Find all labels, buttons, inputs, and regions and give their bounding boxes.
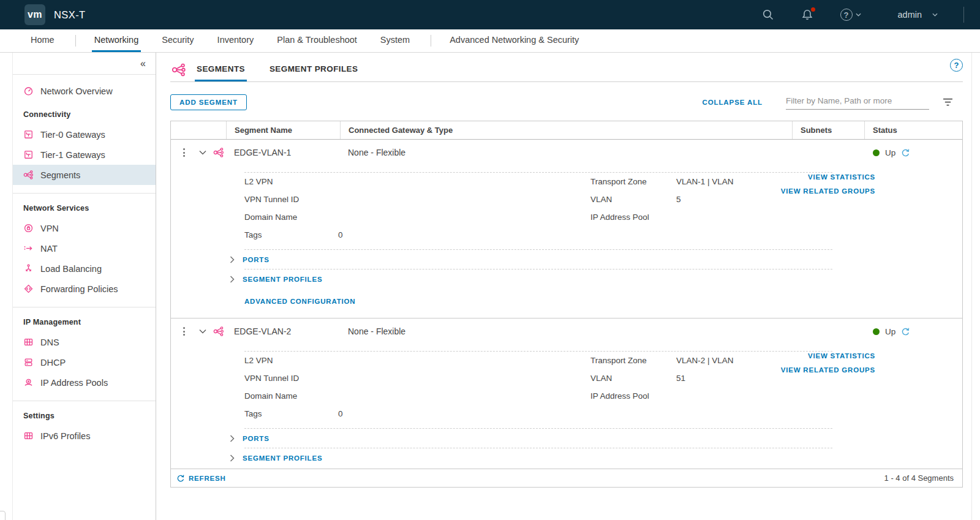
tab-segments[interactable]: SEGMENTS [195, 64, 247, 81]
segment-profiles-section-toggle[interactable]: SEGMENT PROFILES [171, 269, 962, 288]
sidebar-item-label: Forwarding Policies [40, 284, 118, 294]
segments-table: Segment Name Connected Gateway & Type Su… [170, 121, 963, 488]
nav-tab-inventory[interactable]: Inventory [215, 29, 257, 52]
sidebar-section-network-services: Network Services [13, 195, 156, 218]
filter-field [786, 95, 929, 110]
nav-tab-home[interactable]: Home [28, 29, 57, 52]
sidebar-item-vpn[interactable]: VPN [13, 218, 156, 238]
dns-icon [23, 337, 34, 347]
nav-tab-networking[interactable]: Networking [92, 29, 141, 52]
value-vlan: 5 [676, 195, 962, 204]
view-statistics-link[interactable]: VIEW STATISTICS [808, 173, 875, 181]
ports-section-toggle[interactable]: PORTS [171, 250, 962, 269]
nav-tab-advanced-networking[interactable]: Advanced Networking & Security [447, 29, 581, 52]
refresh-status-icon[interactable] [901, 148, 910, 157]
view-related-groups-link[interactable]: VIEW RELATED GROUPS [781, 187, 875, 195]
dhcp-icon [23, 357, 34, 367]
label-transport-zone: Transport Zone [590, 177, 676, 186]
segment-profiles-link[interactable]: SEGMENT PROFILES [243, 276, 322, 283]
sidebar-divider [13, 307, 156, 307]
segment-profiles-link[interactable]: SEGMENT PROFILES [243, 454, 322, 462]
label-ip-address-pool: IP Address Pool [590, 391, 676, 401]
user-menu-label[interactable]: admin [898, 10, 922, 20]
label-vpn-tunnel-id: VPN Tunnel ID [244, 374, 338, 383]
sidebar-item-tier0-gateways[interactable]: Tier-0 Gateways [13, 124, 156, 145]
refresh-icon [176, 474, 185, 483]
app-header: vm NSX-T ? admin [0, 0, 980, 29]
table-footer: REFRESH 1 - 4 of 4 Segments [171, 469, 962, 487]
segment-status: Up [864, 327, 962, 336]
status-label: Up [885, 148, 895, 157]
vmware-logo[interactable]: vm [24, 4, 45, 25]
segment-name[interactable]: EDGE-VLAN-1 [226, 148, 340, 157]
filter-input[interactable] [786, 96, 929, 105]
column-header-segment-name[interactable]: Segment Name [226, 121, 340, 139]
row-menu-icon[interactable] [181, 325, 187, 337]
row-menu-icon[interactable] [181, 146, 187, 159]
sidebar-item-dhcp[interactable]: DHCP [13, 352, 156, 372]
segment-profiles-section-toggle[interactable]: SEGMENT PROFILES [171, 448, 962, 467]
column-header-controls [171, 121, 226, 139]
ip-address-pools-icon [23, 377, 34, 388]
ports-link[interactable]: PORTS [243, 256, 270, 263]
segment-name[interactable]: EDGE-VLAN-2 [226, 326, 340, 336]
sidebar-item-network-overview[interactable]: Network Overview [13, 81, 156, 101]
label-ip-address-pool: IP Address Pool [590, 213, 676, 222]
nav-tab-security[interactable]: Security [159, 29, 196, 52]
advanced-configuration-link[interactable]: ADVANCED CONFIGURATION [244, 298, 355, 305]
label-vlan: VLAN [590, 195, 676, 204]
tab-segment-profiles[interactable]: SEGMENT PROFILES [268, 64, 360, 81]
sidebar-section-connectivity: Connectivity [13, 101, 156, 124]
chevron-down-icon[interactable] [199, 150, 206, 155]
column-header-subnets[interactable]: Subnets [792, 121, 864, 139]
ports-section-toggle[interactable]: PORTS [171, 429, 962, 448]
sidebar-item-load-balancing[interactable]: Load Balancing [13, 258, 156, 279]
add-segment-button[interactable]: ADD SEGMENT [170, 94, 247, 110]
user-menu-button[interactable] [929, 13, 938, 17]
collapse-all-button[interactable]: COLLAPSE ALL [702, 99, 763, 106]
sidebar-item-ip-address-pools[interactable]: IP Address Pools [13, 372, 156, 393]
segments-icon [23, 170, 34, 180]
load-balancing-icon [23, 263, 34, 274]
sidebar-collapse-button[interactable]: « [140, 58, 146, 69]
nav-tab-system[interactable]: System [378, 29, 412, 52]
search-button[interactable] [762, 9, 774, 21]
sidebar-item-tier1-gateways[interactable]: Tier-1 Gateways [13, 145, 156, 165]
chevron-down-icon [856, 13, 861, 17]
chevron-down-icon [932, 13, 938, 17]
forwarding-policies-icon [23, 284, 34, 294]
status-label: Up [885, 327, 895, 336]
segment-card-edge-vlan-2: EDGE-VLAN-2 None - Flexible Up [171, 318, 962, 469]
gauge-icon [23, 86, 34, 96]
label-tags: Tags [244, 230, 338, 239]
gateway-icon [23, 129, 34, 140]
gateway-icon [23, 149, 34, 160]
filter-icon[interactable] [943, 98, 953, 107]
refresh-button[interactable]: REFRESH [176, 474, 226, 483]
page-help-button[interactable]: ? [950, 59, 963, 72]
view-related-groups-link[interactable]: VIEW RELATED GROUPS [781, 366, 875, 374]
column-header-connected-gateway[interactable]: Connected Gateway & Type [340, 121, 792, 139]
sidebar-item-nat[interactable]: NAT [13, 238, 156, 258]
status-up-dot [873, 149, 880, 156]
header-divider [963, 7, 964, 23]
label-l2-vpn: L2 VPN [244, 356, 338, 365]
view-statistics-link[interactable]: VIEW STATISTICS [808, 352, 875, 360]
column-header-status[interactable]: Status [864, 121, 962, 139]
notifications-button[interactable] [801, 9, 813, 21]
nav-tab-plan-troubleshoot[interactable]: Plan & Troubleshoot [274, 29, 360, 52]
sidebar-item-forwarding-policies[interactable]: Forwarding Policies [13, 279, 156, 299]
sidebar-item-dns[interactable]: DNS [13, 332, 156, 352]
sidebar-item-segments[interactable]: Segments [13, 165, 156, 185]
sidebar-item-label: DNS [40, 337, 59, 347]
chevron-right-icon [230, 435, 235, 442]
ports-link[interactable]: PORTS [243, 435, 270, 442]
help-menu-button[interactable]: ? [840, 9, 861, 21]
sidebar-item-ipv6-profiles[interactable]: IPv6 Profiles [13, 426, 156, 446]
table-row: EDGE-VLAN-1 None - Flexible Up [171, 140, 962, 165]
chevron-down-icon[interactable] [199, 329, 206, 334]
ipv6-profiles-icon [23, 431, 34, 441]
refresh-status-icon[interactable] [901, 327, 910, 336]
label-l2-vpn: L2 VPN [244, 177, 338, 186]
sidebar-item-label: Tier-0 Gateways [40, 130, 105, 140]
